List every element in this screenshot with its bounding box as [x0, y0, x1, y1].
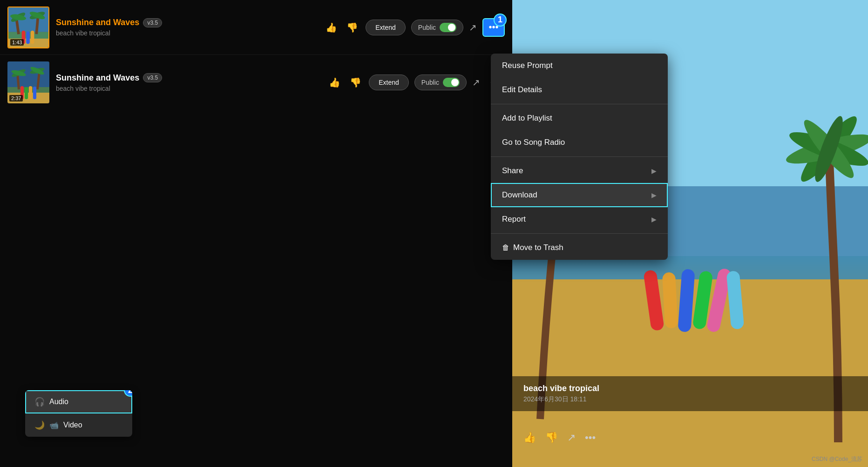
watermark: CSDN @Code_流苏 [812, 455, 862, 463]
menu-share[interactable]: Share ▶ [491, 159, 668, 183]
song-detail-info: beach vibe tropical 2024年6月30日 18:11 [512, 376, 868, 411]
context-menu: Reuse Prompt Edit Details Add to Playlis… [491, 54, 668, 260]
song-subtitle-1: beach vibe tropical [56, 29, 317, 37]
dislike-btn-panel[interactable]: 👎 [545, 432, 558, 444]
song-row-1: 1:43 Sunshine and Waves v3.5 beach vibe … [0, 0, 512, 55]
svg-rect-12 [31, 30, 34, 44]
thumbs-down-btn-2[interactable]: 👎 [348, 75, 363, 90]
song-row-2: 2:37 Sunshine and Waves v3.5 beach vibe … [0, 55, 512, 110]
video-icon: 🌙 [34, 420, 45, 430]
share-btn-2[interactable]: ↗ [472, 77, 480, 88]
share-btn-1[interactable]: ↗ [469, 22, 477, 33]
svg-rect-25 [29, 86, 32, 99]
song-controls-1: 👍 👎 Extend Public ↗ ••• 1 [324, 18, 505, 37]
menu-move-to-trash[interactable]: 🗑Move to Trash [491, 236, 668, 260]
menu-download[interactable]: Download ▶ [491, 183, 668, 207]
menu-edit-details[interactable]: Edit Details [491, 78, 668, 102]
song-subtitle-2: beach vibe tropical [56, 85, 320, 92]
svg-rect-11 [26, 31, 30, 44]
detail-date: 2024年6月30日 18:11 [523, 395, 857, 404]
share-arrow: ▶ [651, 167, 657, 175]
like-btn-panel[interactable]: 👍 [523, 432, 536, 444]
more-btn-panel[interactable]: ••• [585, 432, 596, 444]
menu-divider-3 [491, 233, 668, 234]
toggle-knob-1 [448, 24, 455, 31]
menu-go-to-song-radio[interactable]: Go to Song Radio [491, 130, 668, 155]
share-btn-panel[interactable]: ↗ [567, 432, 576, 444]
public-label-1: Public [418, 24, 436, 31]
version-badge-1: v3.5 [143, 18, 162, 27]
camera-icon: 📹 [49, 421, 59, 430]
toggle-switch-2 [443, 78, 460, 87]
thumbnail-2[interactable]: 2:37 [7, 61, 49, 103]
play-icon-1[interactable] [11, 47, 24, 48]
bottom-icons: 👍 👎 ↗ ••• [512, 432, 868, 444]
menu-divider-2 [491, 156, 668, 157]
step-badge-1: 1 [494, 14, 507, 27]
menu-reuse-prompt[interactable]: Reuse Prompt [491, 54, 668, 78]
trash-icon: 🗑 [502, 244, 509, 251]
thumbs-down-btn-1[interactable]: 👎 [345, 20, 360, 35]
public-toggle-1[interactable]: Public [411, 20, 463, 35]
download-audio-option[interactable]: 🎧 Audio [25, 390, 132, 413]
download-popup-wrapper: 2 🎧 Audio 🌙 📹 Video [384, 199, 491, 246]
menu-add-to-playlist[interactable]: Add to Playlist [491, 106, 668, 130]
svg-rect-15 [7, 87, 49, 93]
headphone-icon: 🎧 [34, 397, 45, 407]
toggle-switch-1 [440, 23, 456, 32]
thumbnail-1[interactable]: 1:43 [7, 7, 49, 48]
svg-rect-24 [25, 87, 28, 99]
menu-report[interactable]: Report ▶ [491, 207, 668, 231]
download-video-option[interactable]: 🌙 📹 Video [25, 413, 132, 437]
extend-btn-2[interactable]: Extend [369, 74, 409, 90]
toggle-knob-2 [451, 79, 459, 86]
extend-btn-1[interactable]: Extend [366, 20, 406, 35]
song-title-1: Sunshine and Waves [56, 18, 139, 27]
download-arrow: ▶ [651, 191, 657, 199]
public-label-2: Public [421, 79, 439, 86]
detail-title: beach vibe tropical [523, 384, 857, 393]
menu-divider-1 [491, 104, 668, 104]
download-options: 2 🎧 Audio 🌙 📹 Video [25, 390, 132, 437]
public-toggle-2[interactable]: Public [414, 74, 467, 90]
song-title-2: Sunshine and Waves [56, 73, 139, 83]
thumbs-up-btn-1[interactable]: 👍 [324, 20, 339, 35]
duration-badge-2: 2:37 [9, 95, 23, 102]
report-arrow: ▶ [651, 216, 657, 223]
song-info-2: Sunshine and Waves v3.5 beach vibe tropi… [56, 73, 320, 92]
thumbs-up-btn-2[interactable]: 👍 [327, 75, 342, 90]
svg-rect-26 [33, 87, 36, 99]
version-badge-2: v3.5 [143, 73, 162, 82]
duration-badge-1: 1:43 [10, 39, 24, 46]
song-info-1: Sunshine and Waves v3.5 beach vibe tropi… [56, 18, 317, 37]
song-controls-2: 👍 👎 Extend Public ↗ ••• [327, 74, 505, 91]
